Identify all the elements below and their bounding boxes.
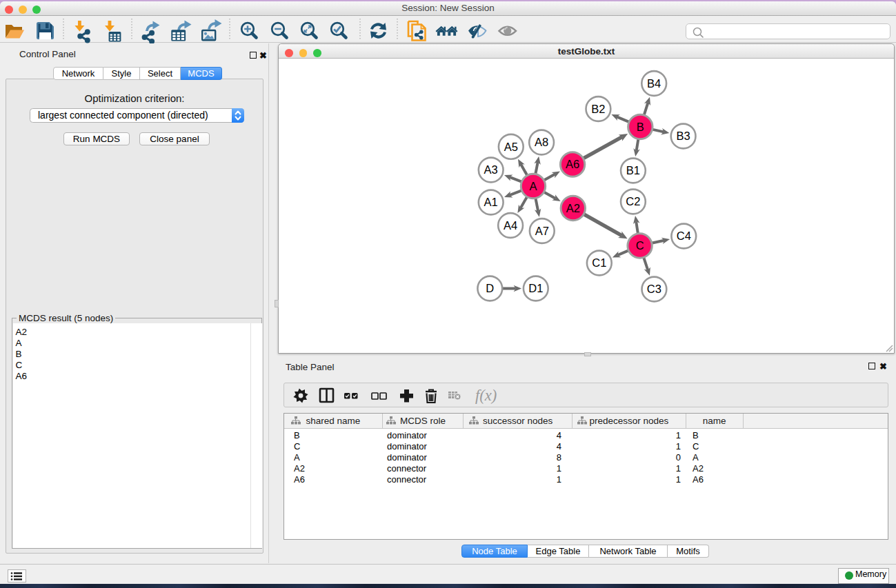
svg-text:B4: B4 [647, 77, 661, 90]
svg-text:A4: A4 [504, 219, 517, 232]
svg-text:A2: A2 [566, 202, 580, 214]
svg-text:D1: D1 [528, 282, 543, 294]
svg-text:A5: A5 [504, 141, 518, 153]
svg-text:C: C [636, 239, 644, 252]
svg-text:A8: A8 [535, 136, 548, 148]
svg-text:A7: A7 [535, 225, 549, 237]
svg-text:C4: C4 [677, 230, 691, 242]
svg-text:B1: B1 [626, 164, 640, 176]
svg-text:A6: A6 [566, 158, 579, 170]
svg-text:B3: B3 [677, 130, 690, 142]
svg-text:C2: C2 [626, 195, 640, 207]
svg-text:C1: C1 [592, 256, 606, 269]
svg-text:C3: C3 [647, 283, 661, 295]
svg-text:A1: A1 [484, 196, 498, 208]
svg-text:A3: A3 [484, 163, 498, 176]
svg-text:B2: B2 [591, 103, 605, 115]
svg-text:D: D [486, 282, 494, 294]
svg-text:B: B [637, 121, 644, 133]
svg-text:A: A [529, 180, 537, 192]
